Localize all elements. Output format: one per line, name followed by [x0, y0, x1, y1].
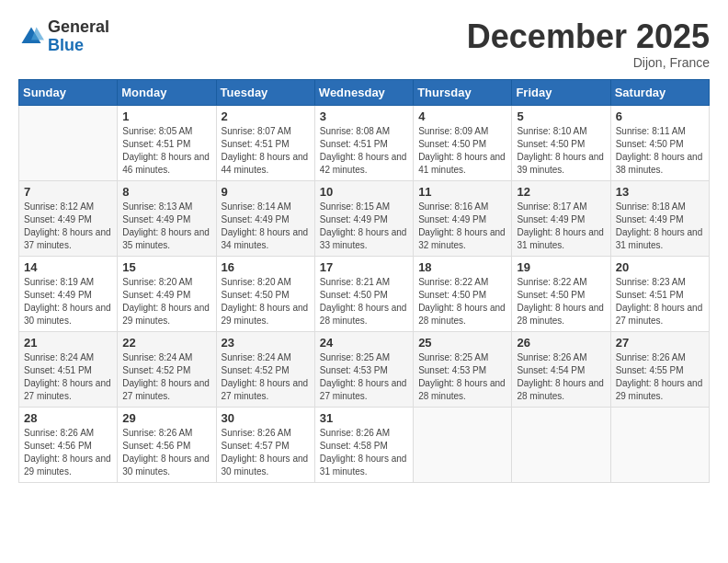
day-number: 23: [222, 336, 310, 350]
day-info: Sunrise: 8:23 AMSunset: 4:51 PMDaylight:…: [616, 276, 704, 327]
column-header-wednesday: Wednesday: [314, 79, 413, 105]
day-info: Sunrise: 8:05 AMSunset: 4:51 PMDaylight:…: [122, 125, 210, 177]
day-number: 9: [222, 185, 310, 199]
calendar-cell: 26Sunrise: 8:26 AMSunset: 4:54 PMDayligh…: [512, 331, 610, 407]
day-info: Sunrise: 8:17 AMSunset: 4:49 PMDaylight:…: [517, 201, 605, 252]
calendar-cell: [19, 105, 118, 180]
day-number: 19: [517, 260, 605, 274]
calendar-table: SundayMondayTuesdayWednesdayThursdayFrid…: [18, 79, 710, 483]
calendar-cell: 9Sunrise: 8:14 AMSunset: 4:49 PMDaylight…: [216, 180, 314, 256]
calendar-week-row: 7Sunrise: 8:12 AMSunset: 4:49 PMDaylight…: [19, 180, 710, 256]
day-number: 2: [222, 109, 310, 123]
calendar-cell: [512, 407, 610, 482]
column-header-thursday: Thursday: [414, 79, 512, 105]
day-number: 5: [517, 109, 605, 123]
day-number: 12: [517, 185, 605, 199]
day-number: 21: [24, 336, 112, 350]
day-info: Sunrise: 8:13 AMSunset: 4:49 PMDaylight:…: [122, 201, 210, 252]
day-info: Sunrise: 8:26 AMSunset: 4:55 PMDaylight:…: [616, 351, 704, 403]
calendar-cell: 27Sunrise: 8:26 AMSunset: 4:55 PMDayligh…: [610, 331, 709, 407]
day-number: 31: [320, 411, 408, 425]
column-header-saturday: Saturday: [610, 79, 709, 105]
day-info: Sunrise: 8:09 AMSunset: 4:50 PMDaylight:…: [418, 125, 506, 177]
day-number: 1: [122, 109, 210, 123]
calendar-cell: 23Sunrise: 8:24 AMSunset: 4:52 PMDayligh…: [216, 331, 314, 407]
day-info: Sunrise: 8:07 AMSunset: 4:51 PMDaylight:…: [222, 125, 310, 177]
calendar-cell: 17Sunrise: 8:21 AMSunset: 4:50 PMDayligh…: [314, 256, 413, 331]
day-info: Sunrise: 8:26 AMSunset: 4:54 PMDaylight:…: [517, 351, 605, 403]
day-number: 4: [418, 109, 506, 123]
day-info: Sunrise: 8:26 AMSunset: 4:58 PMDaylight:…: [320, 427, 408, 478]
calendar-cell: 3Sunrise: 8:08 AMSunset: 4:51 PMDaylight…: [314, 105, 413, 180]
calendar-header-row: SundayMondayTuesdayWednesdayThursdayFrid…: [19, 79, 710, 105]
month-title: December 2025: [467, 18, 710, 55]
day-number: 30: [222, 411, 310, 425]
calendar-cell: 5Sunrise: 8:10 AMSunset: 4:50 PMDaylight…: [512, 105, 610, 180]
calendar-week-row: 14Sunrise: 8:19 AMSunset: 4:49 PMDayligh…: [19, 256, 710, 331]
day-info: Sunrise: 8:08 AMSunset: 4:51 PMDaylight:…: [320, 125, 408, 177]
calendar-cell: 16Sunrise: 8:20 AMSunset: 4:50 PMDayligh…: [216, 256, 314, 331]
calendar-cell: 10Sunrise: 8:15 AMSunset: 4:49 PMDayligh…: [314, 180, 413, 256]
calendar-cell: 21Sunrise: 8:24 AMSunset: 4:51 PMDayligh…: [19, 331, 118, 407]
calendar-week-row: 1Sunrise: 8:05 AMSunset: 4:51 PMDaylight…: [19, 105, 710, 180]
calendar-cell: 7Sunrise: 8:12 AMSunset: 4:49 PMDaylight…: [19, 180, 118, 256]
day-info: Sunrise: 8:24 AMSunset: 4:51 PMDaylight:…: [24, 351, 112, 403]
column-header-friday: Friday: [512, 79, 610, 105]
calendar-week-row: 28Sunrise: 8:26 AMSunset: 4:56 PMDayligh…: [19, 407, 710, 482]
day-info: Sunrise: 8:24 AMSunset: 4:52 PMDaylight:…: [122, 351, 210, 403]
day-info: Sunrise: 8:26 AMSunset: 4:57 PMDaylight:…: [222, 427, 310, 478]
logo-text: General Blue: [48, 18, 109, 55]
day-number: 26: [517, 336, 605, 350]
day-number: 6: [616, 109, 704, 123]
day-number: 8: [122, 185, 210, 199]
day-number: 29: [122, 411, 210, 425]
logo: General Blue: [18, 18, 109, 55]
column-header-monday: Monday: [118, 79, 216, 105]
day-number: 14: [24, 260, 112, 274]
column-header-tuesday: Tuesday: [216, 79, 314, 105]
day-info: Sunrise: 8:12 AMSunset: 4:49 PMDaylight:…: [24, 201, 112, 252]
calendar-cell: 25Sunrise: 8:25 AMSunset: 4:53 PMDayligh…: [414, 331, 512, 407]
day-number: 10: [320, 185, 408, 199]
calendar-cell: 14Sunrise: 8:19 AMSunset: 4:49 PMDayligh…: [19, 256, 118, 331]
calendar-cell: 8Sunrise: 8:13 AMSunset: 4:49 PMDaylight…: [118, 180, 216, 256]
day-info: Sunrise: 8:25 AMSunset: 4:53 PMDaylight:…: [418, 351, 506, 403]
day-number: 24: [320, 336, 408, 350]
day-info: Sunrise: 8:10 AMSunset: 4:50 PMDaylight:…: [517, 125, 605, 177]
day-number: 18: [418, 260, 506, 274]
day-info: Sunrise: 8:20 AMSunset: 4:49 PMDaylight:…: [122, 276, 210, 327]
calendar-cell: 19Sunrise: 8:22 AMSunset: 4:50 PMDayligh…: [512, 256, 610, 331]
page-header: General Blue December 2025 Dijon, France: [18, 18, 710, 70]
day-info: Sunrise: 8:20 AMSunset: 4:50 PMDaylight:…: [222, 276, 310, 327]
calendar-cell: 24Sunrise: 8:25 AMSunset: 4:53 PMDayligh…: [314, 331, 413, 407]
day-number: 7: [24, 185, 112, 199]
calendar-cell: 13Sunrise: 8:18 AMSunset: 4:49 PMDayligh…: [610, 180, 709, 256]
day-number: 3: [320, 109, 408, 123]
day-number: 22: [122, 336, 210, 350]
day-info: Sunrise: 8:22 AMSunset: 4:50 PMDaylight:…: [517, 276, 605, 327]
day-info: Sunrise: 8:25 AMSunset: 4:53 PMDaylight:…: [320, 351, 408, 403]
day-number: 20: [616, 260, 704, 274]
day-info: Sunrise: 8:18 AMSunset: 4:49 PMDaylight:…: [616, 201, 704, 252]
calendar-cell: 1Sunrise: 8:05 AMSunset: 4:51 PMDaylight…: [118, 105, 216, 180]
logo-general: General: [48, 18, 109, 37]
day-info: Sunrise: 8:11 AMSunset: 4:50 PMDaylight:…: [616, 125, 704, 177]
calendar-cell: 31Sunrise: 8:26 AMSunset: 4:58 PMDayligh…: [314, 407, 413, 482]
day-info: Sunrise: 8:19 AMSunset: 4:49 PMDaylight:…: [24, 276, 112, 327]
day-number: 25: [418, 336, 506, 350]
day-number: 17: [320, 260, 408, 274]
calendar-cell: 4Sunrise: 8:09 AMSunset: 4:50 PMDaylight…: [414, 105, 512, 180]
day-number: 11: [418, 185, 506, 199]
day-info: Sunrise: 8:16 AMSunset: 4:49 PMDaylight:…: [418, 201, 506, 252]
calendar-cell: 2Sunrise: 8:07 AMSunset: 4:51 PMDaylight…: [216, 105, 314, 180]
day-number: 13: [616, 185, 704, 199]
calendar-week-row: 21Sunrise: 8:24 AMSunset: 4:51 PMDayligh…: [19, 331, 710, 407]
day-info: Sunrise: 8:24 AMSunset: 4:52 PMDaylight:…: [222, 351, 310, 403]
calendar-cell: [610, 407, 709, 482]
day-number: 15: [122, 260, 210, 274]
title-block: December 2025 Dijon, France: [467, 18, 710, 70]
column-header-sunday: Sunday: [19, 79, 118, 105]
logo-blue: Blue: [48, 37, 109, 55]
logo-icon: [18, 24, 44, 50]
calendar-cell: 28Sunrise: 8:26 AMSunset: 4:56 PMDayligh…: [19, 407, 118, 482]
